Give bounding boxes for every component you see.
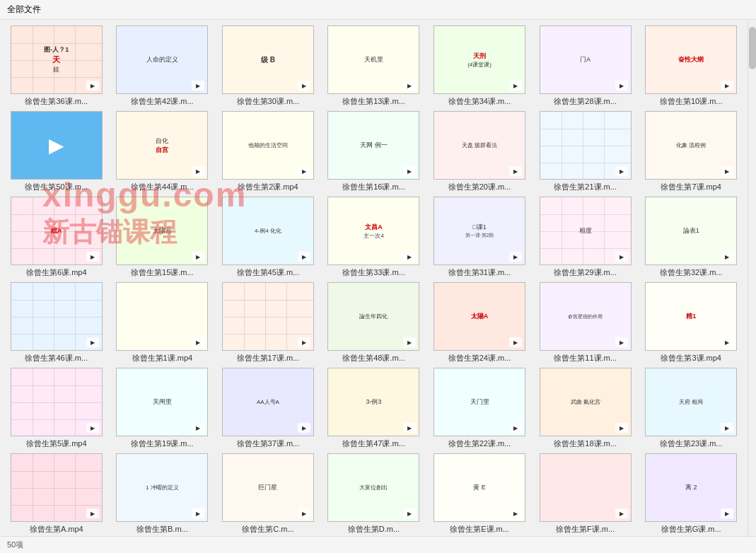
file-label: 徐曾生第21课.m... (554, 182, 617, 192)
file-grid: 图-人？1天娃▶徐曾生第36课.m...人命的定义▶徐曾生第42课.m...级 … (6, 25, 742, 535)
list-item[interactable]: 3-例3▶徐曾生第47课.m... (323, 368, 425, 449)
list-item[interactable]: 级 B▶徐曾生第30课.m... (217, 25, 319, 107)
list-item[interactable]: 人命的定义▶徐曾生第42课.m... (112, 25, 214, 107)
file-label: 徐曾生第24课.m... (448, 353, 511, 363)
file-label: 徐曾生第33课.m... (342, 267, 405, 278)
list-item[interactable]: 天府 相局▶徐曾生第23课.m... (640, 368, 742, 449)
list-item[interactable]: 天门里▶徐曾生第22课.m... (429, 368, 530, 449)
list-item[interactable]: 他颠的生活空间▶徐曾生第2课.mp4 (217, 111, 319, 192)
file-grid-container[interactable]: xinggu.com 新古锚课程 图-人？1天娃▶徐曾生第36课.m...人命的… (0, 20, 748, 553)
list-item[interactable]: ▶徐曾生第F课.m... (535, 453, 636, 535)
file-label: 徐曾生第22课.m... (448, 438, 511, 449)
file-label: 徐曾生第15课.m... (131, 267, 194, 278)
list-item[interactable]: AA人号A▶徐曾生第37课.m... (217, 368, 319, 449)
file-label: 徐曾生第7课.mp4 (661, 182, 721, 192)
file-label: 徐曾生第19课.m... (131, 438, 194, 449)
file-label: 徐曾生第17课.m... (237, 353, 300, 363)
list-item[interactable]: 关闸里▶徐曾生第19课.m... (112, 368, 214, 449)
file-label: 徐曾生第23课.m... (660, 438, 723, 449)
file-label: 徐曾生第42课.m... (131, 96, 194, 107)
file-label: 徐曾生第30课.m... (237, 96, 300, 107)
list-item[interactable]: 门A▶徐曾生第28课.m... (535, 25, 636, 107)
list-item[interactable]: 論生年四化▶徐曾生第48课.m... (323, 282, 425, 363)
file-label: 徐曾生第16课.m... (342, 182, 405, 192)
file-label: 徐曾生第F课.m... (556, 524, 615, 535)
list-item[interactable]: ▶徐曾生第17课.m... (217, 282, 319, 363)
list-item[interactable]: 1 冲曜的定义▶徐曾生第B.m... (112, 453, 214, 535)
list-item[interactable]: ▶徐曾生第5课.mp4 (6, 368, 107, 449)
file-label: 徐曾生第34课.m... (448, 96, 511, 107)
file-label: 徐曾生第3课.mp4 (661, 353, 721, 363)
list-item[interactable]: 文昌A主一次4▶徐曾生第33课.m... (323, 197, 425, 278)
file-label: 徐曾生第G课.m... (661, 524, 721, 535)
file-label: 徐曾生第1课.mp4 (132, 353, 193, 363)
file-label: 徐曾生第37课.m... (237, 438, 300, 449)
file-label: 徐曾生第D.m... (348, 524, 400, 535)
file-label: 徐曾生第E课.m... (450, 524, 509, 535)
title-bar: 全部文件 (0, 0, 756, 20)
file-label: 徐曾生第47课.m... (342, 438, 405, 449)
list-item[interactable]: 大富位創出▶徐曾生第D.m... (323, 453, 425, 535)
list-item[interactable]: 4-例4 化化▶徐曾生第45课.m... (217, 197, 319, 278)
file-label: 徐曾生第46课.m... (25, 353, 88, 363)
file-label: 徐曾生第45课.m... (237, 267, 300, 278)
file-label: 徐曾生第10课.m... (660, 96, 723, 107)
list-item[interactable]: 太陽宫▶徐曾生第15课.m... (112, 197, 214, 278)
list-item[interactable]: □课1第一课·第2期▶徐曾生第31课.m... (429, 197, 530, 278)
file-label: 徐曾生第32课.m... (660, 267, 723, 278)
list-item[interactable]: 天网 例一▶徐曾生第16课.m... (323, 111, 425, 192)
list-item[interactable]: 离 2▶徐曾生第G课.m... (640, 453, 742, 535)
file-label: 徐曾生第2课.mp4 (238, 182, 298, 192)
file-label: 徐曾生第31课.m... (448, 267, 511, 278)
file-label: 徐曾生第48课.m... (342, 353, 405, 363)
file-label: 徐曾生第11课.m... (554, 353, 617, 363)
list-item[interactable]: ▶徐曾生第A.mp4 (6, 453, 107, 535)
list-item[interactable]: 天刑(4课堂课)▶徐曾生第34课.m... (429, 25, 530, 107)
list-item[interactable]: 图-人？1天娃▶徐曾生第36课.m... (6, 25, 107, 107)
list-item[interactable]: ▶徐曾生第46课.m... (6, 282, 107, 363)
list-item[interactable]: 天机里▶徐曾生第13课.m... (323, 25, 425, 107)
status-text: 50项 (7, 540, 23, 550)
list-item[interactable]: 奋性大纲▶徐曾生第10课.m... (640, 25, 742, 107)
list-item[interactable]: 総A▶徐曾生第6课.mp4 (6, 197, 107, 278)
list-item[interactable]: 巨门星▶徐曾生第C.m... (217, 453, 319, 535)
list-item[interactable]: ▶徐曾生第21课.m... (535, 111, 636, 192)
list-item[interactable]: 黄 E▶徐曾生第E课.m... (429, 453, 530, 535)
list-item[interactable]: 天盘 簇群看法▶徐曾生第20课.m... (429, 111, 530, 192)
file-label: 徐曾生第13课.m... (342, 96, 405, 107)
list-item[interactable]: ▶徐曾生第50课.m... (6, 111, 107, 192)
file-label: 徐曾生第A.mp4 (30, 524, 83, 535)
file-label: 徐曾生第50课.m... (25, 182, 88, 192)
list-item[interactable]: 武曲 氣化宫▶徐曾生第18课.m... (535, 368, 636, 449)
title-bar-text: 全部文件 (7, 4, 41, 16)
list-item[interactable]: 精1▶徐曾生第3课.mp4 (640, 282, 742, 363)
file-label: 徐曾生第44课.m... (131, 182, 194, 192)
file-label: 徐曾生第18课.m... (554, 438, 617, 449)
status-bar: 50项 (0, 536, 756, 553)
list-item[interactable]: 論表1▶徐曾生第32课.m... (640, 197, 742, 278)
list-item[interactable]: 太陽A▶徐曾生第24课.m... (429, 282, 530, 363)
list-item[interactable]: 相度▶徐曾生第29课.m... (535, 197, 636, 278)
file-label: 徐曾生第C.m... (242, 524, 293, 535)
list-item[interactable]: ▶徐曾生第1课.mp4 (112, 282, 214, 363)
file-label: 徐曾生第6课.mp4 (26, 267, 87, 278)
file-label: 徐曾生第5课.mp4 (26, 438, 87, 449)
file-label: 徐曾生第28课.m... (554, 96, 617, 107)
list-item[interactable]: 化象 流程例▶徐曾生第7课.mp4 (640, 111, 742, 192)
list-item[interactable]: 命宫星宿的作用▶徐曾生第11课.m... (535, 282, 636, 363)
scrollbar[interactable] (748, 20, 756, 553)
file-label: 徐曾生第B.m... (136, 524, 188, 535)
file-label: 徐曾生第29课.m... (554, 267, 617, 278)
scrollbar-thumb[interactable] (749, 27, 756, 69)
file-label: 徐曾生第20课.m... (448, 182, 511, 192)
file-label: 徐曾生第36课.m... (25, 96, 88, 107)
list-item[interactable]: 自化自宫▶徐曾生第44课.m... (112, 111, 214, 192)
